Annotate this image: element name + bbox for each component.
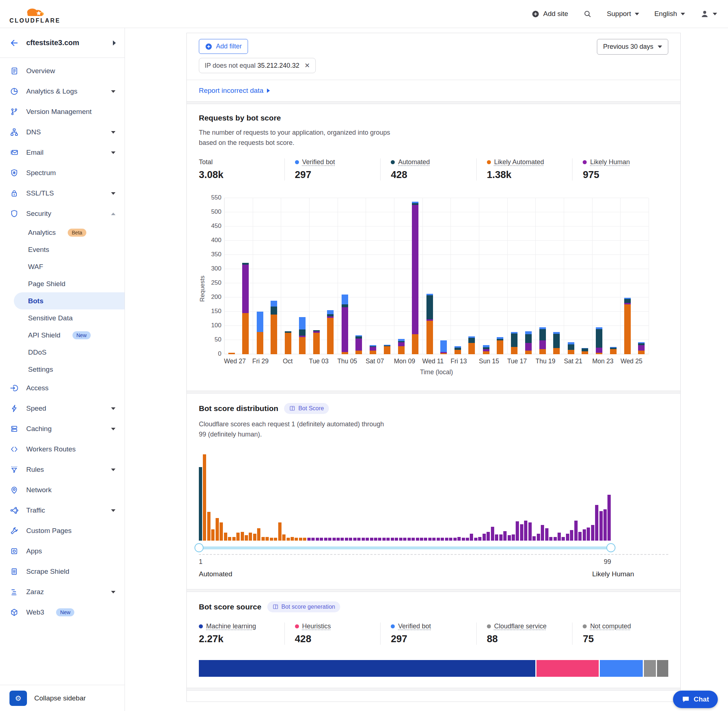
histogram-bar-score-50[interactable] xyxy=(403,538,406,540)
sidebar-item-sensitive-data[interactable]: Sensitive Data xyxy=(0,310,124,326)
stacked-bar[interactable] xyxy=(427,294,433,354)
histogram-bar-score-40[interactable] xyxy=(362,538,365,540)
sidebar-item-apps[interactable]: Apps xyxy=(0,541,124,561)
stat-label[interactable]: Cloudflare service xyxy=(494,622,546,630)
histogram-bar-score-88[interactable] xyxy=(561,537,565,540)
stacked-bar[interactable] xyxy=(313,330,320,354)
histogram-bar-score-60[interactable] xyxy=(445,538,448,540)
histogram-bar-score-42[interactable] xyxy=(370,538,373,540)
histogram-bar-score-19[interactable] xyxy=(274,538,277,540)
histogram-bar-score-61[interactable] xyxy=(449,538,452,540)
histogram-bar-score-70[interactable] xyxy=(487,532,490,541)
histogram-bar-score-85[interactable] xyxy=(549,537,552,540)
histogram-bar-score-81[interactable] xyxy=(532,536,536,541)
stacked-bar[interactable] xyxy=(455,346,461,354)
histogram-bar-score-79[interactable] xyxy=(524,521,527,541)
histogram-bar-score-17[interactable] xyxy=(266,537,269,540)
histogram-bar-score-8[interactable] xyxy=(228,537,231,540)
source-segment-cloudflare-service[interactable] xyxy=(644,660,657,677)
histogram-bar-score-52[interactable] xyxy=(412,538,415,540)
source-segment-verified-bot[interactable] xyxy=(600,660,644,677)
filter-chip[interactable]: IP does not equal 35.212.240.32 ✕ xyxy=(199,58,316,73)
score-range-slider[interactable] xyxy=(199,546,611,549)
stat-label[interactable]: Automated xyxy=(398,158,430,166)
stacked-bar[interactable] xyxy=(483,345,489,354)
back-arrow-icon[interactable] xyxy=(9,38,19,48)
histogram-bar-score-94[interactable] xyxy=(587,528,590,541)
histogram-bar-score-9[interactable] xyxy=(232,537,236,540)
histogram-bar-score-73[interactable] xyxy=(499,534,502,541)
sidebar-item-dns[interactable]: DNS xyxy=(0,122,124,142)
histogram-bar-score-59[interactable] xyxy=(441,538,444,540)
histogram-bar-score-83[interactable] xyxy=(541,525,544,541)
stacked-bar[interactable] xyxy=(624,298,631,354)
histogram-bar-score-2[interactable] xyxy=(203,454,206,541)
time-range-dropdown[interactable]: Previous 30 days xyxy=(597,39,668,55)
sidebar-item-api-shield[interactable]: API ShieldNew xyxy=(0,326,124,344)
sidebar-item-version-management[interactable]: Version Management xyxy=(0,102,124,122)
sidebar-item-waf[interactable]: WAF xyxy=(0,258,124,275)
histogram-bar-score-38[interactable] xyxy=(353,538,357,540)
sidebar-item-ssl-tls[interactable]: SSL/TLS xyxy=(0,183,124,204)
histogram-bar-score-24[interactable] xyxy=(295,538,298,540)
histogram-bar-score-28[interactable] xyxy=(312,538,315,540)
histogram-bar-score-86[interactable] xyxy=(554,537,557,540)
stacked-bar[interactable] xyxy=(582,348,588,354)
stacked-bar[interactable] xyxy=(257,312,263,354)
histogram-bar-score-95[interactable] xyxy=(591,525,594,541)
histogram-bar-score-10[interactable] xyxy=(236,533,240,540)
sidebar-item-rules[interactable]: Rules xyxy=(0,459,124,480)
sidebar-item-speed[interactable]: Speed xyxy=(0,398,124,419)
histogram-bar-score-71[interactable] xyxy=(491,527,494,541)
histogram-bar-score-39[interactable] xyxy=(357,538,360,540)
histogram-bar-score-49[interactable] xyxy=(399,538,402,540)
sidebar-item-analytics-logs[interactable]: Analytics & Logs xyxy=(0,81,124,102)
stacked-bar[interactable] xyxy=(596,327,602,354)
histogram-bar-score-31[interactable] xyxy=(324,538,328,540)
histogram-bar-score-72[interactable] xyxy=(495,534,498,541)
histogram-bar-score-63[interactable] xyxy=(458,537,461,540)
histogram-bar-score-56[interactable] xyxy=(428,538,431,540)
histogram-bar-score-13[interactable] xyxy=(249,533,252,540)
histogram-bar-score-21[interactable] xyxy=(282,534,285,541)
histogram-bar-score-44[interactable] xyxy=(378,538,381,540)
sidebar-item-traffic[interactable]: Traffic xyxy=(0,500,124,521)
histogram-bar-score-78[interactable] xyxy=(520,524,523,541)
histogram-bar-score-48[interactable] xyxy=(395,538,398,540)
histogram-bar-score-33[interactable] xyxy=(332,538,336,540)
sidebar-item-email[interactable]: Email xyxy=(0,142,124,163)
histogram-bar-score-11[interactable] xyxy=(241,532,244,541)
histogram-bar-score-66[interactable] xyxy=(470,534,473,541)
histogram-bar-score-67[interactable] xyxy=(474,538,477,540)
histogram-bar-score-6[interactable] xyxy=(220,522,223,541)
stat-label[interactable]: Machine learning xyxy=(206,622,256,630)
histogram-bar-score-35[interactable] xyxy=(341,538,344,540)
bot-score-badge[interactable]: Bot Score xyxy=(284,403,329,414)
sidebar-item-access[interactable]: Access xyxy=(0,378,124,398)
histogram-bar-score-15[interactable] xyxy=(257,528,260,540)
collapse-sidebar-button[interactable]: Collapse sidebar xyxy=(34,694,86,702)
stat-label[interactable]: Heuristics xyxy=(302,622,331,630)
histogram-bar-score-75[interactable] xyxy=(508,535,511,540)
stacked-bar[interactable] xyxy=(327,310,334,354)
histogram-bar-score-37[interactable] xyxy=(349,538,352,540)
language-menu[interactable]: English xyxy=(654,10,685,18)
histogram-bar-score-20[interactable] xyxy=(278,522,282,541)
histogram-bar-score-76[interactable] xyxy=(512,534,515,541)
sidebar-item-settings[interactable]: Settings xyxy=(0,361,124,378)
slider-handle-max[interactable] xyxy=(606,543,616,552)
histogram-bar-score-84[interactable] xyxy=(545,528,548,540)
histogram-bar-score-68[interactable] xyxy=(478,537,481,540)
histogram-bar-score-26[interactable] xyxy=(303,538,306,540)
histogram-bar-score-54[interactable] xyxy=(420,538,423,540)
add-site-button[interactable]: Add site xyxy=(532,10,568,18)
histogram-bar-score-5[interactable] xyxy=(216,518,219,541)
remove-filter-icon[interactable]: ✕ xyxy=(304,62,310,69)
stat-label[interactable]: Verified bot xyxy=(398,622,431,630)
sidebar-item-spectrum[interactable]: Spectrum xyxy=(0,163,124,183)
histogram-bar-score-47[interactable] xyxy=(391,538,394,540)
histogram-bar-score-41[interactable] xyxy=(366,538,369,540)
chat-button[interactable]: Chat xyxy=(673,690,718,708)
histogram-bar-score-43[interactable] xyxy=(374,538,377,540)
sidebar-item-scrape-shield[interactable]: Scrape Shield xyxy=(0,561,124,582)
